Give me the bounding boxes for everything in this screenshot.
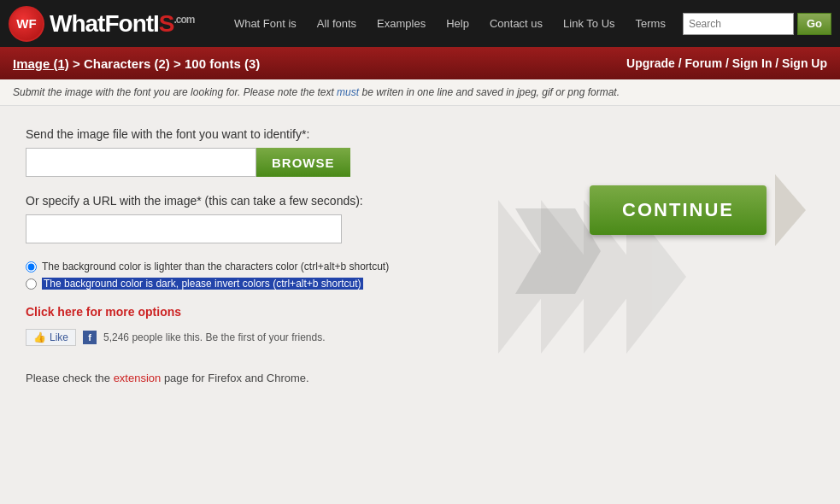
radio1-label: The background color is lighter than the… [42, 261, 389, 273]
facebook-count: 5,246 people like this. Be the first of … [103, 331, 325, 343]
file-upload-section: Send the image file with the font you wa… [26, 127, 814, 177]
info-bar: Submit the image with the font you are l… [0, 79, 840, 106]
breadcrumb-sep2: > [170, 56, 185, 71]
logo-text: WhatFontIS.com [50, 10, 195, 38]
footer-text-before: Please check the [26, 372, 114, 384]
radio2-highlighted-text: The background color is dark, please inv… [42, 278, 363, 290]
breadcrumb-step1[interactable]: Image (1) [13, 56, 69, 71]
nav-help[interactable]: Help [436, 17, 479, 30]
browse-button[interactable]: BROWSE [256, 148, 350, 177]
nav-contact-us[interactable]: Contact us [479, 17, 553, 30]
search-input[interactable] [683, 13, 794, 35]
logo-s: S [159, 10, 174, 37]
radio-light-bg[interactable] [26, 261, 37, 273]
breadcrumb-bar: Image (1) > Characters (2) > 100 fonts (… [0, 47, 840, 79]
header: WF WhatFontIS.com What Font is All fonts… [0, 0, 840, 47]
radio-dark-bg[interactable] [26, 278, 37, 290]
nav-examples[interactable]: Examples [367, 17, 436, 30]
breadcrumb-step3: 100 fonts (3) [185, 56, 260, 71]
info-must: must [337, 86, 359, 98]
info-text-before: Submit the image with the font you are l… [13, 86, 337, 98]
like-label: Like [50, 331, 68, 343]
continue-button[interactable]: CONTINUE [590, 185, 767, 235]
nav-all-fonts[interactable]: All fonts [307, 17, 367, 30]
footer-info: Please check the extension page for Fire… [26, 372, 814, 384]
radio2-label: The background color is dark, please inv… [42, 278, 363, 290]
thumbs-up-icon: 👍 [33, 331, 46, 343]
main-content: Send the image file with the font you wa… [0, 106, 840, 448]
breadcrumb: Image (1) > Characters (2) > 100 fonts (… [13, 56, 260, 71]
info-text-after: be writen in one line and saved in jpeg,… [359, 86, 620, 98]
file-upload-row: BROWSE [26, 148, 814, 177]
user-actions: Upgrade / Forum / Sign In / Sign Up [626, 56, 827, 70]
breadcrumb-step2: Characters (2) [84, 56, 170, 71]
file-input[interactable] [26, 148, 256, 177]
logo-name-text: WhatFontI [50, 10, 159, 37]
facebook-like-button[interactable]: 👍 Like [26, 329, 76, 346]
facebook-bar: 👍 Like f 5,246 people like this. Be the … [26, 329, 814, 346]
nav-terms[interactable]: Terms [626, 17, 676, 30]
right-chevron-decoration [775, 174, 806, 246]
url-input[interactable] [26, 214, 342, 243]
footer-text-after: page for Firefox and Chrome. [161, 372, 308, 384]
breadcrumb-sep1: > [69, 56, 84, 71]
radio-row-2: The background color is dark, please inv… [26, 278, 814, 290]
file-upload-label: Send the image file with the font you wa… [26, 127, 814, 141]
nav-link-to-us[interactable]: Link To Us [553, 17, 625, 30]
continue-area: CONTINUE [590, 174, 806, 246]
radio-row-1: The background color is lighter than the… [26, 261, 814, 273]
chevrons-decoration [507, 200, 609, 302]
logo-area: WF WhatFontIS.com [9, 6, 195, 42]
nav-area: What Font is All fonts Examples Help Con… [224, 13, 831, 35]
search-button[interactable]: Go [797, 13, 831, 35]
radio-section: The background color is lighter than the… [26, 261, 814, 290]
logo-badge: WF [9, 6, 44, 42]
logo-dotcom: .com [174, 13, 195, 25]
facebook-icon: f [83, 331, 97, 344]
search-area: Go [683, 13, 831, 35]
nav-what-font-is[interactable]: What Font is [224, 17, 307, 30]
more-options-link[interactable]: Click here for more options [26, 305, 814, 319]
extension-link[interactable]: extension [114, 372, 162, 384]
